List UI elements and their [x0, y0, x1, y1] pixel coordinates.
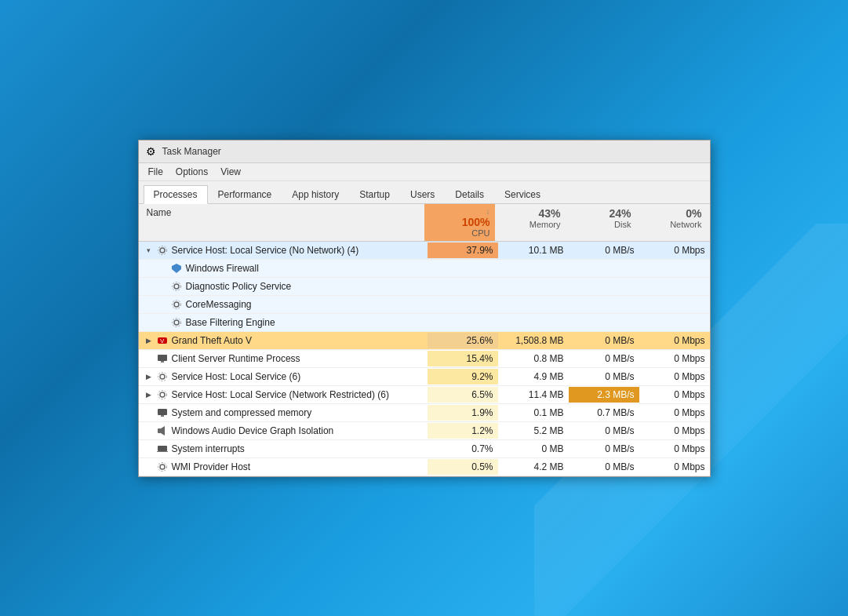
- disk-value: 0 MB/s: [569, 459, 639, 475]
- col-memory-header[interactable]: 43% Memory: [495, 204, 566, 241]
- cpu-value: 1.9%: [428, 405, 498, 421]
- svg-point-23: [160, 465, 165, 469]
- cpu-label: CPU: [471, 228, 490, 238]
- network-value: 0 Mbps: [639, 459, 710, 475]
- cpu-sort-arrow: ↓: [486, 207, 490, 216]
- disk-value: 0 MB/s: [569, 333, 639, 348]
- window-title: Task Manager: [162, 146, 221, 157]
- svg-rect-21: [158, 446, 167, 451]
- memory-value: 11.4 MB: [498, 387, 569, 403]
- disk-pct: 24%: [609, 207, 631, 220]
- cpu-value: [428, 266, 498, 271]
- svg-rect-17: [158, 409, 167, 415]
- table-row[interactable]: ▾Service Host: Local Service (No Network…: [139, 242, 710, 260]
- chevron-right-icon[interactable]: ▶: [145, 391, 153, 399]
- memory-value: 0 MB: [498, 441, 569, 457]
- col-network-header[interactable]: 0% Network: [636, 204, 707, 241]
- process-icon: [156, 443, 169, 455]
- cpu-value: [428, 302, 498, 307]
- tab-details[interactable]: Details: [445, 185, 494, 204]
- memory-value: [498, 320, 569, 325]
- svg-point-7: [174, 320, 179, 325]
- col-disk-header[interactable]: 24% Disk: [566, 204, 636, 241]
- table-row[interactable]: CoreMessaging: [139, 296, 710, 314]
- process-name: WMI Provider Host: [139, 458, 428, 476]
- disk-value: 0.7 MB/s: [569, 405, 639, 421]
- network-value: [639, 302, 710, 307]
- memory-label: Memory: [530, 220, 561, 229]
- svg-rect-12: [161, 361, 164, 363]
- process-name: System interrupts: [139, 440, 428, 457]
- tab-processes[interactable]: Processes: [144, 185, 208, 204]
- network-value: 0 Mbps: [639, 333, 710, 348]
- column-headers: Name ↓ 100% CPU 43% Memory 24% Disk 0% N…: [139, 204, 710, 242]
- tab-services[interactable]: Services: [494, 185, 551, 204]
- cpu-value: [428, 284, 498, 289]
- network-value: [639, 266, 710, 271]
- chevron-down-icon[interactable]: ▾: [145, 246, 153, 254]
- disk-label: Disk: [614, 220, 631, 229]
- svg-rect-18: [161, 415, 164, 417]
- menu-file[interactable]: File: [142, 165, 169, 179]
- tab-startup[interactable]: Startup: [349, 185, 400, 204]
- table-row[interactable]: ▶Service Host: Local Service (6)9.2%4.9 …: [139, 368, 710, 386]
- table-row[interactable]: Client Server Runtime Process15.4%0.8 MB…: [139, 350, 710, 368]
- memory-value: 0.1 MB: [498, 405, 569, 421]
- table-row[interactable]: Windows Firewall: [139, 260, 710, 278]
- process-icon: [170, 298, 183, 311]
- process-list: ▾Service Host: Local Service (No Network…: [139, 242, 710, 476]
- svg-point-4: [172, 282, 180, 290]
- menu-options[interactable]: Options: [169, 165, 214, 179]
- memory-value: [498, 266, 569, 271]
- memory-value: 4.9 MB: [498, 369, 569, 385]
- process-icon: [170, 316, 183, 329]
- process-name: Windows Audio Device Graph Isolation: [139, 422, 428, 439]
- process-name: ▶Service Host: Local Service (Network Re…: [139, 386, 428, 403]
- network-value: 0 Mbps: [639, 351, 710, 366]
- process-icon: [170, 280, 183, 293]
- process-name: Base Filtering Engine: [139, 314, 428, 331]
- table-row[interactable]: Base Filtering Engine: [139, 314, 710, 332]
- table-row[interactable]: Diagnostic Policy Service: [139, 278, 710, 296]
- disk-value: [569, 266, 639, 271]
- tab-performance[interactable]: Performance: [208, 185, 282, 204]
- svg-point-24: [158, 462, 166, 471]
- chevron-right-icon[interactable]: ▶: [145, 337, 153, 344]
- svg-point-6: [172, 300, 180, 308]
- disk-value: 0 MB/s: [569, 242, 639, 258]
- svg-rect-19: [158, 428, 161, 433]
- svg-point-15: [160, 392, 165, 397]
- disk-value: 0 MB/s: [569, 441, 639, 457]
- tab-users[interactable]: Users: [400, 185, 445, 204]
- chevron-right-icon[interactable]: ▶: [145, 373, 153, 381]
- table-row[interactable]: Windows Audio Device Graph Isolation1.2%…: [139, 422, 710, 440]
- svg-marker-2: [172, 264, 181, 273]
- cpu-value: 1.2%: [428, 423, 498, 439]
- process-name: Windows Firewall: [139, 260, 428, 277]
- menu-bar: File Options View: [139, 163, 710, 181]
- tab-app-history[interactable]: App history: [282, 185, 349, 204]
- memory-pct: 43%: [538, 207, 560, 220]
- col-name[interactable]: Name: [142, 204, 424, 241]
- network-value: [639, 320, 710, 325]
- svg-point-13: [160, 374, 165, 379]
- menu-view[interactable]: View: [214, 165, 247, 179]
- table-row[interactable]: System and compressed memory1.9%0.1 MB0.…: [139, 404, 710, 422]
- task-manager-window: ⚙ Task Manager File Options View Process…: [138, 140, 711, 477]
- cpu-value: 0.7%: [428, 441, 498, 457]
- cpu-value: 25.6%: [428, 333, 498, 348]
- network-value: 0 Mbps: [639, 242, 710, 258]
- table-row[interactable]: WMI Provider Host0.5%4.2 MB0 MB/s0 Mbps: [139, 458, 710, 476]
- network-value: 0 Mbps: [639, 441, 710, 457]
- table-row[interactable]: ▶VGrand Theft Auto V25.6%1,508.8 MB0 MB/…: [139, 332, 710, 350]
- process-name: Diagnostic Policy Service: [139, 278, 428, 295]
- memory-value: [498, 302, 569, 307]
- col-cpu-header[interactable]: ↓ 100% CPU: [424, 204, 495, 241]
- table-row[interactable]: System interrupts0.7%0 MB0 MB/s0 Mbps: [139, 440, 710, 458]
- svg-point-3: [174, 284, 179, 289]
- svg-point-1: [158, 246, 166, 254]
- table-row[interactable]: ▶Service Host: Local Service (Network Re…: [139, 386, 710, 404]
- process-name: ▶Service Host: Local Service (6): [139, 368, 428, 385]
- process-icon: [170, 262, 183, 275]
- svg-point-5: [174, 302, 179, 307]
